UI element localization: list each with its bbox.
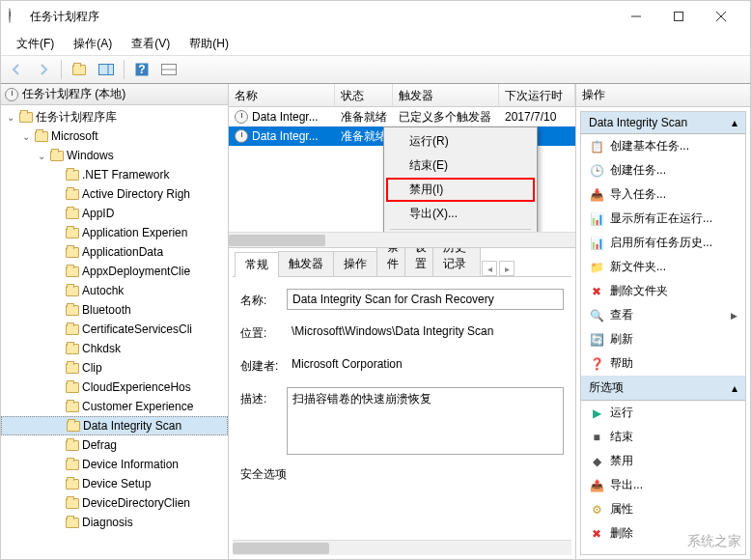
col-name[interactable]: 名称 (229, 84, 335, 106)
tree-item[interactable]: .NET Framework (1, 165, 228, 184)
action-item[interactable]: 🕒创建任务... (581, 158, 745, 182)
action-icon: ◆ (589, 454, 604, 469)
ctx-export[interactable]: 导出(X)... (386, 202, 535, 226)
author-field: Microsoft Corporation (287, 354, 564, 376)
list-body[interactable]: Data Integr... 准备就绪 已定义多个触发器 2017/7/10 D… (229, 107, 575, 232)
action-group-title-2[interactable]: 所选项 ▴ (581, 376, 745, 401)
tab-conditions[interactable]: 条件 (376, 248, 405, 276)
help-button[interactable]: ? (130, 58, 153, 81)
tree-item[interactable]: ApplicationData (1, 242, 228, 262)
action-item[interactable]: ◆禁用 (581, 449, 745, 473)
maximize-button[interactable] (657, 2, 700, 31)
action-item[interactable]: ❓帮助 (581, 351, 745, 376)
ctx-end[interactable]: 结束(E) (386, 154, 535, 178)
action-item[interactable]: ▶运行 (581, 401, 745, 425)
tree-item[interactable]: Defrag (1, 435, 228, 455)
collapse-icon[interactable]: ▴ (732, 381, 737, 395)
expand-icon[interactable]: ⌄ (36, 151, 47, 161)
minimize-button[interactable] (615, 2, 657, 31)
preview-button[interactable] (157, 58, 181, 81)
col-next[interactable]: 下次运行时 (499, 84, 575, 106)
action-item[interactable]: 📤导出... (581, 473, 745, 497)
action-icon: 📋 (589, 139, 604, 154)
action-pane-button[interactable] (95, 58, 118, 81)
tree-item[interactable]: Bluetooth (1, 300, 228, 320)
ctx-disable[interactable]: 禁用(I) (386, 178, 535, 202)
horizontal-scrollbar[interactable] (233, 541, 556, 555)
action-item[interactable]: 📁新文件夹... (581, 255, 745, 279)
tab-general[interactable]: 常规 (235, 252, 279, 277)
tree-item[interactable]: Chkdsk (1, 339, 228, 358)
folder-up-button[interactable] (68, 58, 91, 81)
col-status[interactable]: 状态 (335, 84, 393, 106)
desc-label: 描述: (240, 387, 287, 407)
action-item[interactable]: ✖删除文件夹 (581, 279, 745, 303)
tree-item[interactable]: AppxDeploymentClie (1, 262, 228, 281)
action-icon: 📥 (589, 187, 604, 203)
action-icon: ■ (589, 430, 604, 445)
ctx-run[interactable]: 运行(R) (386, 129, 535, 154)
tree-item[interactable]: AppID (1, 204, 228, 223)
tab-history[interactable]: 历史记录 (432, 248, 481, 276)
action-item[interactable]: 🔄刷新 (581, 327, 745, 351)
horizontal-scrollbar[interactable] (229, 233, 560, 247)
action-icon: ❓ (589, 356, 604, 372)
security-label: 安全选项 (240, 466, 564, 483)
tree-item[interactable]: Autochk (1, 281, 228, 300)
action-item[interactable]: ✖删除 (581, 521, 745, 546)
task-row[interactable]: Data Integr... 准备就绪 已定义多个触发器 2017/7/10 (229, 107, 575, 126)
tree-item[interactable]: Device Information (1, 455, 228, 474)
action-item[interactable]: 📋创建基本任务... (581, 134, 745, 158)
tab-scroll-right[interactable]: ▸ (499, 261, 515, 276)
tree-windows[interactable]: ⌄ Windows (1, 146, 228, 165)
tree-body[interactable]: ⌄ 任务计划程序库 ⌄ Microsoft ⌄ Windows .NET Fra… (1, 105, 228, 559)
tree-microsoft[interactable]: ⌄ Microsoft (1, 126, 228, 146)
tree-pane: 任务计划程序 (本地) ⌄ 任务计划程序库 ⌄ Microsoft ⌄ Wind… (1, 84, 229, 559)
expand-icon[interactable]: ⌄ (5, 112, 16, 123)
desc-field[interactable]: 扫描容错卷的快速崩溃恢复 (287, 387, 564, 455)
forward-button[interactable] (32, 58, 55, 81)
action-item[interactable]: ⚙属性 (581, 497, 745, 521)
title-bar: 任务计划程序 (1, 1, 750, 32)
menu-view[interactable]: 查看(V) (122, 34, 180, 54)
tree-item[interactable]: CloudExperienceHos (1, 378, 228, 397)
tree-item[interactable]: Data Integrity Scan (1, 416, 228, 435)
tree-item[interactable]: Application Experien (1, 223, 228, 242)
tree-item[interactable]: Diagnosis (1, 513, 228, 532)
action-item[interactable]: 📊显示所有正在运行... (581, 207, 745, 231)
action-item[interactable]: 🔍查看▶ (581, 303, 745, 327)
action-item[interactable]: 📥导入任务... (581, 182, 745, 207)
menu-help[interactable]: 帮助(H) (180, 34, 238, 54)
action-item[interactable]: 📊启用所有任务历史... (581, 231, 745, 255)
toolbar: ? (1, 55, 750, 84)
action-group-title[interactable]: Data Integrity Scan ▴ (581, 112, 745, 134)
tree-item[interactable]: Clip (1, 358, 228, 378)
action-icon: 🕒 (589, 163, 604, 179)
action-icon: 📁 (589, 260, 604, 275)
tab-triggers[interactable]: 触发器 (278, 251, 334, 276)
menu-action[interactable]: 操作(A) (64, 34, 122, 54)
tree-library[interactable]: ⌄ 任务计划程序库 (1, 107, 228, 126)
middle-pane: 名称 状态 触发器 下次运行时 Data Integr... 准备就绪 已定义多… (229, 84, 576, 559)
tree-item[interactable]: CertificateServicesCli (1, 320, 228, 339)
tab-actions[interactable]: 操作 (333, 251, 377, 276)
tree-item[interactable]: Customer Experience (1, 397, 228, 416)
tree-item[interactable]: Device Setup (1, 474, 228, 493)
menu-file[interactable]: 文件(F) (7, 34, 64, 54)
back-button[interactable] (5, 58, 28, 81)
tab-settings[interactable]: 设置 (404, 248, 433, 276)
col-trigger[interactable]: 触发器 (393, 84, 499, 106)
actions-pane: 操作 Data Integrity Scan ▴ 📋创建基本任务...🕒创建任务… (576, 84, 750, 559)
expand-icon[interactable]: ⌄ (20, 131, 32, 142)
tab-scroll-left[interactable]: ◂ (482, 261, 497, 276)
action-icon: 🔄 (589, 332, 604, 348)
name-field[interactable]: Data Integrity Scan for Crash Recovery (287, 289, 564, 310)
location-label: 位置: (240, 322, 287, 342)
collapse-icon[interactable]: ▴ (732, 116, 737, 129)
tree-item[interactable]: DeviceDirectoryClien (1, 493, 228, 513)
chevron-right-icon: ▶ (731, 311, 737, 321)
action-item[interactable]: ■结束 (581, 425, 745, 449)
tree-item[interactable]: Active Directory Righ (1, 184, 228, 204)
close-button[interactable] (700, 2, 742, 31)
action-icon: ▶ (589, 406, 604, 421)
